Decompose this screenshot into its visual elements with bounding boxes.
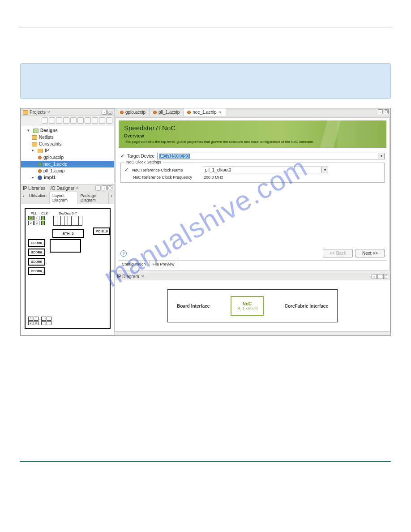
ref-clock-freq-label: NoC Reference Clock Frequency xyxy=(133,175,200,180)
close-icon[interactable]: ✕ xyxy=(141,274,145,279)
collapse-icon[interactable]: ▾ xyxy=(27,129,31,133)
editor-tab-noc[interactable]: noc_1.acxip ✕ xyxy=(184,108,226,116)
bottom-grid[interactable] xyxy=(41,317,51,325)
footer-rule xyxy=(20,461,391,462)
bottom-grid[interactable]: 0 1 2 3 xyxy=(28,317,39,325)
layout-diagram-view[interactable]: PLL 0 1 2 3 CLK xyxy=(21,204,114,335)
editor-tab-gpio[interactable]: gpio.acxip xyxy=(116,108,150,116)
grid-cell[interactable]: 3 xyxy=(34,321,39,325)
pll-cell[interactable]: 3 xyxy=(34,221,39,225)
toolbar-icon[interactable] xyxy=(70,117,77,124)
noc-block[interactable]: NoC pll_1_clkout0 xyxy=(231,296,264,316)
gddr-block[interactable]: GDDR6_1 xyxy=(28,258,45,266)
grid-cell[interactable]: 2 xyxy=(28,321,33,325)
minimize-button[interactable]: - xyxy=(102,110,107,115)
eth-block[interactable]: ETH_0 xyxy=(52,229,84,238)
grid-cell[interactable]: 0 xyxy=(28,317,33,321)
clk-cell[interactable] xyxy=(41,216,45,220)
grid-cell[interactable]: 1 xyxy=(34,317,39,321)
close-icon[interactable]: ✕ xyxy=(47,110,51,115)
grid-cell[interactable] xyxy=(41,321,46,325)
ip-file-icon xyxy=(153,111,157,114)
gddr-block[interactable]: GDDR6_3 xyxy=(28,239,45,247)
gddr-block[interactable]: GDDR6_2 xyxy=(28,249,45,256)
tree-node-noc[interactable]: noc_1.acxip xyxy=(21,161,114,167)
toolbar-icon[interactable] xyxy=(56,117,62,124)
tree-node-constraints[interactable]: Constraints xyxy=(21,141,114,147)
tree-node-impl[interactable]: ▸ impl1 xyxy=(21,174,114,181)
close-icon[interactable]: ✕ xyxy=(76,186,79,190)
toolbar-icon[interactable] xyxy=(106,117,112,124)
chevron-down-icon[interactable]: ▾ xyxy=(378,153,384,159)
tree-label: Designs xyxy=(40,128,58,133)
tab-file-preview[interactable]: File Preview xyxy=(150,261,178,268)
toolbar-icon[interactable] xyxy=(49,117,55,124)
tree-node-designs[interactable]: ▾ Designs xyxy=(21,127,114,134)
tab-configuration[interactable]: Configuration xyxy=(119,261,150,268)
toolbar-icon[interactable] xyxy=(77,117,84,124)
pll-label: PLL xyxy=(28,211,39,215)
toolbar-icon[interactable] xyxy=(95,185,101,191)
minimize-button[interactable]: - xyxy=(377,274,382,279)
tree-node-netlists[interactable]: Netlists xyxy=(21,134,114,141)
minimize-button[interactable]: - xyxy=(378,109,383,114)
tree-label: Netlists xyxy=(39,135,54,140)
maximize-button[interactable]: ▢ xyxy=(107,185,112,190)
chip-outline: PLL 0 1 2 3 CLK xyxy=(25,208,111,329)
ip-file-icon xyxy=(187,111,191,114)
tab-utilization[interactable]: Utilization xyxy=(26,192,50,204)
ip-file-icon xyxy=(120,111,124,114)
tab-layout-diagram[interactable]: Layout Diagram xyxy=(50,192,78,204)
pll-cell[interactable]: 0 xyxy=(28,216,34,220)
tab-package-diagram[interactable]: Package Diagram xyxy=(78,192,109,204)
folder-icon xyxy=(32,135,37,140)
io-designer-tab[interactable]: I/O Designer xyxy=(49,186,74,191)
toolbar-icon[interactable] xyxy=(63,117,69,124)
noc-block-subtitle: pll_1_clkout0 xyxy=(237,306,258,310)
ip-libraries-tab[interactable]: IP Libraries xyxy=(23,186,45,191)
io-designer-panel: IP Libraries I/O Designer ✕ - ▢ ‹ Utiliz… xyxy=(21,184,115,335)
clk-grid[interactable] xyxy=(41,216,48,225)
close-icon[interactable]: ✕ xyxy=(218,110,222,115)
expand-icon[interactable]: ▸ xyxy=(32,176,36,180)
view-menu-button[interactable]: ▿ xyxy=(372,274,377,279)
collapse-icon[interactable]: ▾ xyxy=(32,149,36,153)
scroll-left-icon[interactable]: ‹ xyxy=(21,192,26,204)
projects-panel: Projects ✕ - ▢ xyxy=(21,108,115,183)
grid-cell[interactable] xyxy=(47,317,51,321)
tree-node-pll[interactable]: pll_1.acxip xyxy=(21,167,114,174)
grid-cell[interactable] xyxy=(41,317,46,321)
scroll-right-icon[interactable]: › xyxy=(109,192,114,204)
toolbar-icon[interactable] xyxy=(85,117,91,124)
maximize-button[interactable]: ▢ xyxy=(107,110,112,115)
editor-tab-pll[interactable]: pll_1.acxip xyxy=(150,108,184,116)
clk-cell[interactable] xyxy=(41,221,45,225)
pll-cell[interactable]: 1 xyxy=(34,216,39,220)
gddr-block[interactable]: GDDR6_0 xyxy=(28,267,45,275)
toolbar-icon[interactable] xyxy=(92,117,98,124)
tree-node-ip[interactable]: ▾ IP xyxy=(21,147,114,154)
ref-clock-name-select[interactable]: pll_1_clkout0 ▾ xyxy=(203,167,328,173)
pll-grid[interactable]: 0 1 2 3 xyxy=(28,216,39,225)
fieldset-legend: NoC Clock Settings xyxy=(124,160,163,164)
folder-icon xyxy=(32,142,37,146)
target-device-select[interactable]: AC7t1500ES0 ▾ xyxy=(157,153,385,159)
toolbar-icon[interactable] xyxy=(99,117,105,124)
ip-diagram-canvas[interactable]: Board Interface NoC pll_1_clkout0 CoreFa… xyxy=(115,280,390,331)
ip-file-icon xyxy=(38,169,42,173)
pll-cell[interactable]: 2 xyxy=(28,221,34,225)
serdes-block[interactable] xyxy=(54,216,82,226)
minimize-button[interactable]: - xyxy=(102,185,107,190)
toolbar-icon[interactable] xyxy=(42,117,48,124)
maximize-button[interactable]: ▢ xyxy=(384,109,389,114)
grid-cell[interactable] xyxy=(47,321,51,325)
config-header: Speedster7t NoC Overview This page conta… xyxy=(119,120,386,148)
next-button[interactable]: Next >> xyxy=(355,249,385,257)
tree-label: IP xyxy=(45,148,49,153)
ip-file-icon xyxy=(38,163,42,166)
pcie-block[interactable]: PCIE_0 xyxy=(93,227,110,235)
tree-node-gpio[interactable]: gpio.acxip xyxy=(21,154,114,161)
chevron-down-icon[interactable]: ▾ xyxy=(321,167,328,173)
maximize-button[interactable]: ▢ xyxy=(383,274,388,279)
help-icon[interactable]: ? xyxy=(120,250,127,257)
